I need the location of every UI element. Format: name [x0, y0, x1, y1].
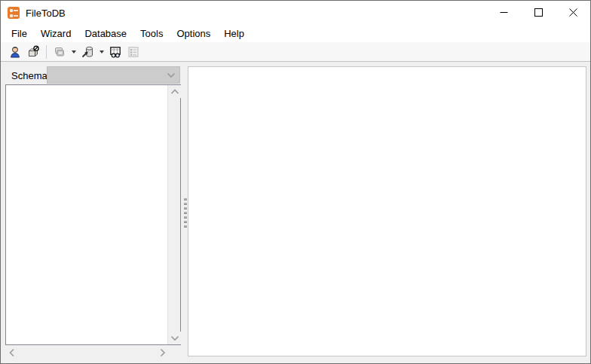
app-logo-icon	[8, 7, 20, 19]
details-list-icon	[127, 45, 140, 59]
close-button[interactable]	[556, 1, 590, 24]
minimize-button[interactable]	[486, 1, 521, 24]
chevron-down-icon	[170, 335, 179, 341]
splitter-grip-icon	[184, 203, 187, 205]
splitter-grip-icon	[184, 221, 187, 223]
connect-button[interactable]	[6, 44, 24, 60]
splitter-grip-icon	[184, 198, 187, 200]
toolbar	[1, 42, 590, 62]
import-to-database-icon	[81, 45, 94, 59]
cascade-windows-icon	[53, 45, 66, 59]
menu-bar: File Wizard Database Tools Options Help	[1, 25, 590, 42]
disconnect-icon	[26, 45, 40, 59]
maximize-icon	[534, 8, 543, 17]
cascade-windows-dropdown-button[interactable]	[69, 44, 78, 60]
menu-options[interactable]: Options	[170, 26, 217, 41]
chevron-down-icon	[72, 50, 76, 54]
app-window: FileToDB File Wizard Database Tools Opti…	[0, 0, 591, 364]
scroll-up-button[interactable]	[168, 85, 181, 98]
details-list-button[interactable]	[124, 44, 142, 60]
splitter-grip-icon	[184, 225, 187, 228]
content-region: Schema	[2, 63, 589, 362]
cascade-windows-button[interactable]	[51, 44, 69, 60]
toolbar-separator	[46, 45, 47, 59]
browse-data-icon	[109, 45, 122, 59]
minimize-icon	[500, 8, 508, 17]
splitter-grip-icon	[184, 207, 187, 210]
connect-user-icon	[8, 45, 22, 59]
scroll-left-button[interactable]	[5, 346, 18, 359]
chevron-up-icon	[170, 89, 179, 95]
schema-label: Schema	[11, 70, 47, 81]
close-icon	[569, 8, 577, 17]
disconnect-button[interactable]	[24, 44, 42, 60]
scroll-right-button[interactable]	[156, 346, 169, 359]
maximize-button[interactable]	[521, 1, 556, 24]
title-bar: FileToDB	[1, 1, 590, 25]
menu-database[interactable]: Database	[78, 26, 133, 41]
horizontal-scrollbar[interactable]	[5, 346, 169, 359]
chevron-down-icon	[100, 50, 104, 54]
window-title: FileToDB	[26, 8, 66, 19]
chevron-left-icon	[9, 348, 15, 357]
vertical-scrollbar[interactable]	[167, 85, 180, 344]
import-dropdown-button[interactable]	[96, 44, 106, 60]
menu-tools[interactable]: Tools	[133, 26, 170, 41]
menu-help[interactable]: Help	[217, 26, 251, 41]
chevron-down-icon	[167, 72, 176, 78]
splitter-grip-icon	[184, 212, 187, 214]
window-controls	[486, 1, 590, 24]
schema-combobox[interactable]	[47, 66, 180, 84]
scroll-down-button[interactable]	[168, 332, 181, 344]
main-panel	[188, 66, 586, 356]
import-to-database-button[interactable]	[78, 44, 96, 60]
schema-object-list[interactable]	[5, 84, 181, 345]
menu-file[interactable]: File	[5, 26, 34, 41]
browse-data-button[interactable]	[106, 44, 124, 60]
chevron-right-icon	[160, 348, 166, 357]
splitter-grip-icon	[184, 216, 187, 219]
menu-wizard[interactable]: Wizard	[34, 26, 78, 41]
